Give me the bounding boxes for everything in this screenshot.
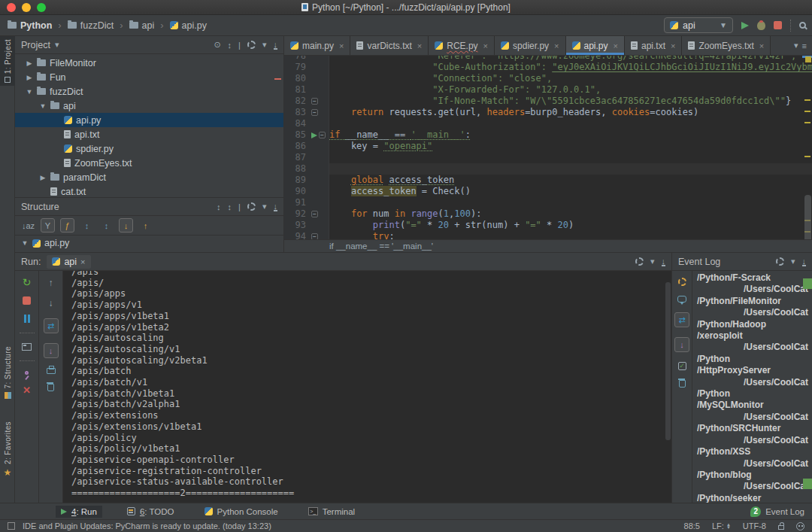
hide-panel-icon[interactable]: ↓ [274, 41, 278, 50]
code-line[interactable]: 84 [284, 118, 812, 129]
editor-tab-spdier-py[interactable]: spdier.py× [495, 36, 565, 55]
expand-all-icon[interactable]: ↕ [217, 202, 221, 211]
autoscroll-to-source-icon[interactable]: ↓ [119, 218, 133, 233]
hide-panel-icon[interactable]: ↓ [662, 257, 666, 266]
stop-button[interactable] [774, 21, 782, 29]
close-window-button[interactable] [7, 3, 16, 12]
up-stacktrace-icon[interactable]: ↑ [49, 278, 53, 288]
editor-tab-api-txt[interactable]: api.txt× [625, 36, 682, 55]
chevron-expanded-icon[interactable]: ▼ [39, 102, 47, 110]
settings-icon[interactable] [678, 278, 686, 286]
code-line[interactable]: 81 "X-Forwarded-For": "127.0.0.1", [284, 84, 812, 96]
code-line[interactable]: 89 global access_token [284, 175, 812, 186]
structure-root-item[interactable]: ▼ api.py [15, 236, 283, 251]
project-tree-item[interactable]: ▶paramDict [15, 170, 283, 184]
editor-tab-ZoomEyes-txt[interactable]: ZoomEyes.txt× [682, 36, 771, 55]
close-tab-icon[interactable]: × [417, 41, 422, 50]
fold-marker-icon[interactable]: − [311, 109, 318, 116]
autoscroll-from-source-icon[interactable]: ↑ [138, 218, 153, 233]
collapse-all-icon[interactable]: ↕ [99, 218, 114, 233]
tool-window-button-Python-Console[interactable]: Python Console [199, 506, 283, 518]
project-tree-item[interactable]: ▶Fun [15, 70, 283, 84]
code-line[interactable]: 93 print("=" * 20 + str(num) + "=" * 20) [284, 220, 812, 231]
editor-tab-main-py[interactable]: main.py× [284, 36, 350, 55]
breadcrumb-item[interactable]: api [128, 20, 156, 32]
chevron-collapsed-icon[interactable]: ▶ [26, 59, 33, 67]
balloon-icon[interactable] [677, 296, 686, 302]
collapse-all-icon[interactable]: ↕ [228, 41, 232, 50]
code-line[interactable]: 88 [284, 163, 812, 175]
tool-window-switcher-icon[interactable] [8, 522, 15, 530]
sort-alphabetically-icon[interactable]: ↓az [21, 218, 35, 233]
scroll-to-end-icon[interactable]: ↓ [44, 343, 59, 358]
console-scrollbar[interactable] [665, 282, 671, 440]
project-tree-item[interactable]: ▼api [15, 99, 283, 113]
chevron-expanded-icon[interactable]: ▼ [26, 88, 33, 96]
show-command-line-icon[interactable] [22, 343, 32, 351]
project-tree-item[interactable]: ▼fuzzDict [15, 84, 283, 99]
status-message[interactable]: IDE and Plugin Updates: PyCharm is ready… [23, 521, 271, 530]
close-tab-icon[interactable]: × [483, 41, 488, 50]
project-tree-item[interactable]: ▶FileMonitor [15, 56, 283, 70]
run-line-icon[interactable] [311, 132, 317, 138]
tab-list-icon[interactable]: ≡ [802, 41, 807, 50]
editor-tab-RCE-py[interactable]: RCE.py× [429, 36, 495, 55]
rerun-icon[interactable]: ↻ [23, 278, 32, 287]
editor-scrollbar[interactable] [804, 195, 811, 239]
code-line[interactable]: 94− try: [284, 231, 812, 239]
editor-tab-api-py[interactable]: api.py× [566, 36, 625, 55]
show-fields-icon[interactable]: ƒ [60, 218, 74, 233]
gear-icon[interactable] [776, 257, 784, 266]
tool-button-structure[interactable]: 7: Structure [0, 343, 15, 402]
code-line[interactable]: 85−if __name__ == '__main__': [284, 129, 812, 141]
editor-breadcrumb[interactable]: if __name__ == '__main__' [284, 239, 812, 252]
collapse-all-icon[interactable]: ↕ [228, 202, 232, 211]
close-tab-icon[interactable]: × [339, 41, 344, 50]
code-editor[interactable]: 78 "Referer": "https://www.zoomeye.org/s… [284, 56, 812, 239]
minimize-window-button[interactable] [22, 3, 31, 12]
fold-marker-icon[interactable]: − [311, 98, 318, 105]
scroll-to-end-icon[interactable]: ↓ [674, 337, 689, 352]
tool-window-button-Terminal[interactable]: >_Terminal [303, 506, 360, 518]
line-separator-select[interactable]: LF: ▲▼ [712, 521, 731, 530]
show-inherited-icon[interactable]: Y [41, 218, 55, 233]
tool-window-button-4-Run[interactable]: 4: Run [56, 506, 102, 518]
close-icon[interactable]: ✕ [23, 385, 31, 396]
tool-button-project[interactable]: 1: Project [0, 36, 15, 86]
close-tab-icon[interactable]: × [671, 41, 675, 50]
code-line[interactable]: 80 "Connection": "close", [284, 73, 812, 84]
expand-all-icon[interactable]: ↕ [80, 218, 94, 233]
breadcrumb-item[interactable]: fuzzDict [66, 20, 115, 32]
fold-marker-icon[interactable]: − [319, 132, 326, 138]
code-line[interactable]: 82− "If-None-Match": "W/\"5591cbce3ac647… [284, 96, 812, 107]
close-tab-icon[interactable]: × [614, 41, 618, 50]
event-log-button[interactable]: 2Event Log [750, 506, 804, 517]
pause-output-icon[interactable] [24, 315, 30, 323]
lock-icon[interactable] [778, 525, 784, 530]
run-console[interactable]: /apis/apis//apis/apps/apis/apps/v1/apis/… [63, 271, 671, 503]
debug-button[interactable] [757, 21, 765, 30]
run-tab-api[interactable]: api × [47, 255, 90, 269]
clear-all-icon[interactable] [679, 380, 686, 388]
close-tab-icon[interactable]: × [554, 41, 559, 50]
tool-button-favorites[interactable]: 2: Favorites ★ [0, 418, 15, 481]
chevron-down-icon[interactable]: ▾ [794, 41, 798, 50]
soft-wrap-icon[interactable]: ⇄ [44, 318, 59, 333]
project-tree-item[interactable]: ZoomEyes.txt [15, 156, 283, 170]
locate-file-icon[interactable]: ⊙ [214, 40, 220, 50]
close-icon[interactable]: × [80, 257, 85, 266]
error-stripe[interactable] [802, 56, 812, 239]
mark-all-read-icon[interactable]: ✓ [678, 362, 686, 370]
editor-tab-varDicts-txt[interactable]: varDicts.txt× [350, 36, 429, 55]
breadcrumb-item[interactable]: Python [6, 20, 53, 32]
code-line[interactable]: 87 [284, 152, 812, 163]
highlighting-level-icon[interactable] [796, 522, 804, 530]
pin-tab-icon[interactable] [25, 371, 29, 375]
code-line[interactable]: 78 "Referer": "https://www.zoomeye.org/s… [284, 56, 812, 62]
gear-icon[interactable] [247, 202, 256, 211]
chevron-collapsed-icon[interactable]: ▶ [39, 174, 47, 181]
file-encoding-select[interactable]: UTF-8 [743, 521, 766, 530]
project-tree-item[interactable]: api.py [15, 113, 283, 127]
hide-panel-icon[interactable]: ↓ [274, 202, 278, 211]
gear-icon[interactable] [635, 257, 644, 266]
